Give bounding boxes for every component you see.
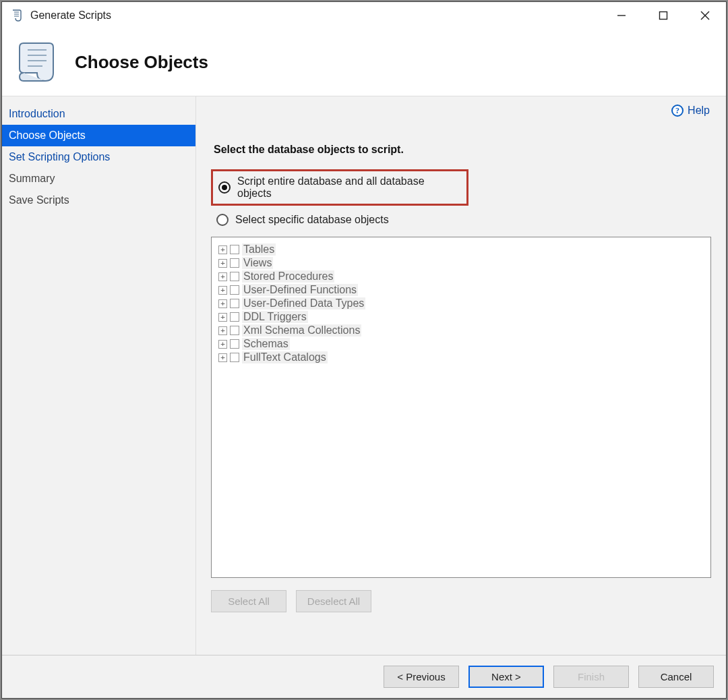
cancel-button[interactable]: Cancel	[638, 666, 714, 688]
nav-item-save-scripts[interactable]: Save Scripts	[2, 189, 195, 211]
checkbox-icon[interactable]	[230, 326, 239, 335]
object-tree: + Tables + Views + Stored Procedures +	[211, 237, 711, 578]
nav-item-summary[interactable]: Summary	[2, 168, 195, 189]
maximize-button[interactable]	[642, 2, 684, 29]
window-title: Generate Scripts	[30, 9, 601, 22]
previous-button[interactable]: < Previous	[384, 666, 459, 688]
scroll-icon	[16, 39, 59, 86]
radio-script-specific[interactable]: Select specific database objects	[211, 210, 711, 230]
nav-item-set-scripting-options[interactable]: Set Scripting Options	[2, 146, 195, 168]
checkbox-icon[interactable]	[230, 245, 239, 254]
wizard-content: ? Help Select the database objects to sc…	[196, 96, 726, 655]
radio-icon	[218, 181, 231, 194]
checkbox-icon[interactable]	[230, 312, 239, 322]
help-link[interactable]: ? Help	[671, 105, 710, 117]
titlebar: Generate Scripts	[2, 2, 726, 29]
tree-label: User-Defined Data Types	[242, 297, 365, 310]
app-icon	[10, 9, 24, 22]
tree-label: Xml Schema Collections	[242, 324, 361, 337]
tree-label: Schemas	[242, 338, 290, 350]
expand-icon[interactable]: +	[218, 245, 227, 254]
nav-item-choose-objects[interactable]: Choose Objects	[2, 125, 195, 146]
help-label: Help	[688, 105, 710, 117]
next-button[interactable]: Next >	[468, 666, 544, 688]
checkbox-icon[interactable]	[230, 353, 239, 362]
checkbox-icon[interactable]	[230, 285, 239, 295]
wizard-nav: Introduction Choose Objects Set Scriptin…	[2, 96, 196, 655]
tree-label: Tables	[242, 243, 276, 256]
checkbox-icon[interactable]	[230, 258, 239, 268]
svg-rect-4	[660, 12, 667, 20]
radio-label-entire: Script entire database and all database …	[237, 175, 461, 200]
checkbox-icon[interactable]	[230, 272, 239, 281]
tree-item[interactable]: + Schemas	[218, 337, 704, 351]
tree-item[interactable]: + User-Defined Data Types	[218, 297, 704, 310]
page-title: Choose Objects	[75, 52, 208, 73]
radio-icon	[216, 214, 229, 226]
select-all-button[interactable]: Select All	[211, 590, 286, 612]
tree-label: FullText Catalogs	[242, 351, 328, 363]
close-button[interactable]	[684, 2, 726, 29]
wizard-footer: < Previous Next > Finish Cancel	[2, 655, 726, 698]
tree-item[interactable]: + FullText Catalogs	[218, 351, 704, 364]
tree-label: Stored Procedures	[242, 270, 334, 283]
expand-icon[interactable]: +	[218, 299, 227, 308]
tree-label: DDL Triggers	[242, 311, 308, 323]
window-buttons	[601, 2, 726, 29]
expand-icon[interactable]: +	[218, 326, 227, 335]
generate-scripts-window: Generate Scripts Choose Objec	[1, 1, 727, 699]
checkbox-icon[interactable]	[230, 339, 239, 349]
help-icon: ?	[671, 105, 684, 117]
instruction-text: Select the database objects to script.	[214, 144, 711, 156]
expand-icon[interactable]: +	[218, 313, 227, 322]
wizard-header: Choose Objects	[2, 29, 726, 96]
expand-icon[interactable]: +	[218, 259, 227, 268]
tree-item[interactable]: + Views	[218, 256, 704, 270]
minimize-button[interactable]	[601, 2, 642, 29]
finish-button[interactable]: Finish	[553, 666, 629, 688]
expand-icon[interactable]: +	[218, 353, 227, 362]
tree-label: User-Defined Functions	[242, 284, 358, 296]
wizard-body: Introduction Choose Objects Set Scriptin…	[2, 96, 726, 655]
tree-item[interactable]: + User-Defined Functions	[218, 283, 704, 297]
radio-label-specific: Select specific database objects	[235, 214, 389, 226]
tree-item[interactable]: + DDL Triggers	[218, 310, 704, 324]
checkbox-icon[interactable]	[230, 299, 239, 308]
tree-item[interactable]: + Stored Procedures	[218, 270, 704, 283]
tree-label: Views	[242, 257, 273, 269]
tree-item[interactable]: + Tables	[218, 243, 704, 256]
expand-icon[interactable]: +	[218, 272, 227, 281]
expand-icon[interactable]: +	[218, 340, 227, 349]
radio-script-entire[interactable]: Script entire database and all database …	[211, 169, 468, 206]
nav-item-introduction[interactable]: Introduction	[2, 103, 195, 125]
tree-item[interactable]: + Xml Schema Collections	[218, 324, 704, 337]
deselect-all-button[interactable]: Deselect All	[296, 590, 371, 612]
selection-buttons: Select All Deselect All	[211, 590, 711, 612]
expand-icon[interactable]: +	[218, 286, 227, 295]
